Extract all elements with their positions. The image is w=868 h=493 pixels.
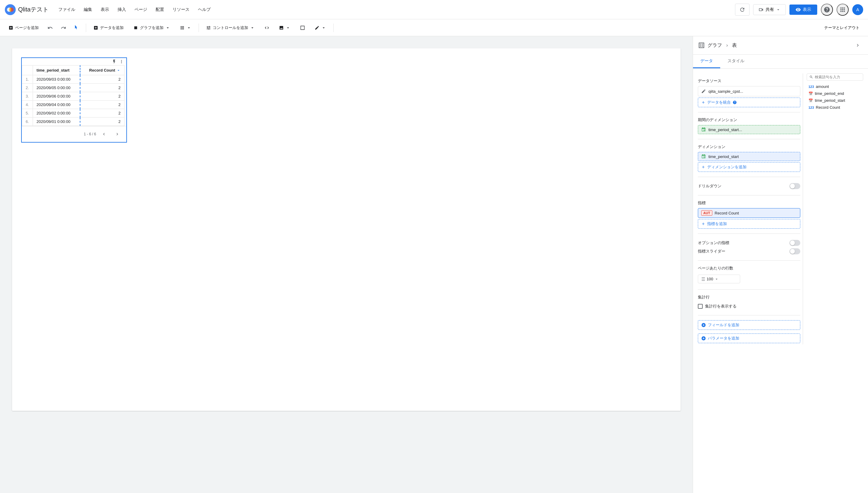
menu-page[interactable]: ページ — [131, 6, 151, 14]
apps-button[interactable] — [837, 4, 849, 16]
code-button[interactable] — [261, 24, 273, 32]
add-blend-button[interactable]: データを統合 — [698, 98, 800, 107]
add-page-label: ページを追加 — [15, 25, 39, 30]
field-item[interactable]: 123Record Count — [807, 104, 863, 111]
breadcrumb-graph: グラフ — [707, 42, 722, 49]
menu-view[interactable]: 表示 — [97, 6, 113, 14]
theme-layout-button[interactable]: テーマとレイアウト — [821, 23, 863, 32]
table-row: 6. 2020/09/01 0:00:00 2 — [22, 117, 125, 126]
table-row: 3. 2020/09/06 0:00:00 2 — [22, 92, 125, 101]
row-num: 2. — [22, 84, 33, 92]
menu-arrange[interactable]: 配置 — [152, 6, 168, 14]
add-chart-label: グラフを追加 — [140, 25, 164, 30]
share-icon — [758, 7, 764, 13]
metric-chip[interactable]: AUT Record Count — [698, 208, 800, 218]
menu-edit[interactable]: 編集 — [80, 6, 96, 14]
add-metric-button[interactable]: 指標を追加 — [698, 219, 800, 229]
view-icon — [796, 7, 801, 13]
add-field-button[interactable]: フィールドを追加 — [698, 320, 800, 330]
divider-4 — [698, 195, 800, 195]
theme-layout-label: テーマとレイアウト — [824, 25, 860, 30]
tab-data[interactable]: データ — [693, 55, 720, 68]
add-chart-button[interactable]: グラフを追加 — [130, 23, 174, 32]
drilldown-toggle[interactable] — [789, 183, 800, 189]
redo-button[interactable] — [58, 22, 69, 33]
field-item[interactable]: 📅time_period_start — [807, 97, 863, 104]
prev-page-button[interactable] — [99, 129, 109, 140]
row-num: 3. — [22, 92, 33, 101]
more-vert-icon[interactable] — [119, 59, 124, 64]
row-count: 2 — [80, 101, 125, 109]
menu-insert[interactable]: 挿入 — [114, 6, 130, 14]
help-button[interactable] — [821, 4, 833, 16]
add-chart-icon — [133, 25, 138, 30]
fields-list: 123amount📅time_period_end📅time_period_st… — [807, 83, 863, 111]
table-row: 2. 2020/09/05 0:00:00 2 — [22, 84, 125, 92]
panel-close-button[interactable] — [852, 40, 863, 51]
search-input[interactable] — [815, 75, 861, 79]
chevron-right-icon — [855, 43, 861, 48]
row-count: 2 — [80, 109, 125, 117]
divider-2 — [698, 139, 800, 139]
col-header-date[interactable]: time_period_start — [33, 66, 80, 75]
line-button[interactable] — [311, 24, 330, 32]
row-date: 2020/09/03 0:00:00 — [33, 75, 80, 84]
field-item[interactable]: 123amount — [807, 83, 863, 90]
rows-per-page-select[interactable]: 100 — [698, 275, 740, 283]
component-button[interactable] — [176, 24, 195, 32]
lightning-icon — [112, 59, 117, 64]
shape-button[interactable] — [296, 24, 309, 32]
image-dropdown-icon — [285, 25, 291, 30]
select-tool-button[interactable] — [71, 22, 82, 33]
table-widget[interactable]: time_period_start Record Count — [21, 58, 127, 143]
tab-style[interactable]: スタイル — [720, 55, 751, 68]
row-date: 2020/09/06 0:00:00 — [33, 92, 80, 101]
row-date: 2020/09/04 0:00:00 — [33, 101, 80, 109]
add-data-button[interactable]: データを追加 — [90, 23, 127, 32]
divider-7 — [698, 290, 800, 290]
col-header-count[interactable]: Record Count — [80, 66, 125, 75]
aggregate-checkbox-row: 集計行を表示する — [698, 302, 800, 310]
field-item[interactable]: 📅time_period_end — [807, 90, 863, 97]
metric-slider-row: 指標スライダー — [698, 247, 800, 256]
menu-file[interactable]: ファイル — [55, 6, 79, 14]
avatar[interactable]: A — [852, 4, 863, 15]
add-param-button[interactable]: パラメータを追加 — [698, 334, 800, 343]
blend-label: データを統合 — [707, 100, 731, 105]
share-button[interactable]: 共有 — [753, 4, 786, 15]
undo-button[interactable] — [45, 22, 56, 33]
divider-3 — [698, 177, 800, 177]
add-page-button[interactable]: ページを追加 — [5, 23, 42, 32]
rows-per-page-title: ページあたりの行数 — [698, 265, 800, 271]
refresh-button[interactable] — [735, 4, 749, 16]
menu-resources[interactable]: リソース — [169, 6, 193, 14]
row-count: 2 — [80, 92, 125, 101]
separator-3 — [333, 24, 334, 32]
blend-help-icon — [733, 100, 737, 105]
dimension-chip[interactable]: time_period_start — [698, 152, 800, 161]
metric-slider-toggle[interactable] — [789, 248, 800, 254]
count-header-label: Record Count — [89, 68, 115, 72]
app-title: Qlitaテスト — [18, 5, 49, 14]
period-dim-chip[interactable]: time_period_start... — [698, 125, 800, 134]
breadcrumb-table: 表 — [732, 42, 737, 49]
add-dim-icon — [701, 165, 705, 169]
avatar-letter: A — [856, 7, 859, 12]
aggregate-checkbox[interactable] — [698, 304, 703, 309]
view-button[interactable]: 表示 — [789, 4, 817, 15]
add-control-button[interactable]: コントロールを追加 — [203, 23, 258, 32]
row-num: 4. — [22, 101, 33, 109]
image-button[interactable] — [275, 24, 294, 32]
widget-toolbar — [22, 58, 126, 65]
add-data-icon — [93, 25, 98, 30]
datasource-row[interactable]: qiita_sample_cpst... — [698, 86, 800, 97]
row-num: 1. — [22, 75, 33, 84]
add-dimension-button[interactable]: ディメンションを追加 — [698, 162, 800, 172]
separator-1 — [86, 24, 86, 32]
datasource-info: qiita_sample_cpst... — [701, 89, 743, 94]
topbar-right: 共有 表示 A — [735, 4, 863, 16]
menu-help[interactable]: ヘルプ — [194, 6, 214, 14]
next-page-button[interactable] — [112, 129, 123, 140]
optional-metric-toggle[interactable] — [789, 240, 800, 246]
aggregate-label: 集計行を表示する — [705, 304, 737, 309]
